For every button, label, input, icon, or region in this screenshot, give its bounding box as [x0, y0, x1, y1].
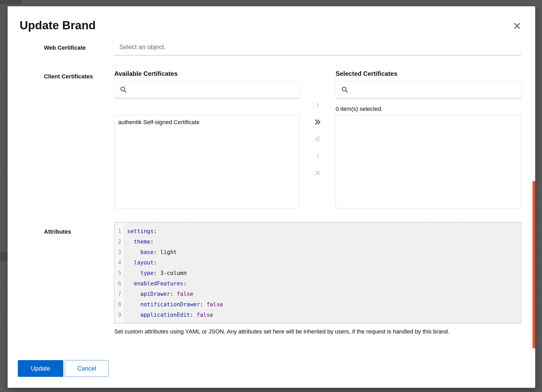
update-button[interactable]: Update [18, 360, 63, 377]
selected-search-input[interactable] [348, 81, 521, 98]
search-icon [341, 86, 348, 93]
x-icon [315, 170, 321, 176]
web-certificate-label: Web Certificate [44, 44, 86, 51]
code-line: 6 enabledFeatures: [115, 278, 521, 289]
web-certificate-input[interactable] [114, 39, 521, 55]
code-line: 9 applicationEdit: false [115, 310, 521, 320]
background-page-fragment [0, 0, 22, 4]
chevron-right-icon [315, 102, 321, 108]
scrollbar-thumb[interactable] [533, 181, 535, 348]
search-icon [120, 86, 127, 93]
attributes-label: Attributes [44, 228, 71, 235]
transfer-controls [311, 98, 325, 183]
attributes-code-editor[interactable]: 1settings:2 theme:3 base: light4 layout:… [114, 222, 521, 324]
screen: Update Brand Web Certificate Client Cert… [0, 0, 542, 392]
double-chevron-left-icon [314, 136, 321, 142]
code-line: 7 apiDrawer: false [115, 289, 521, 299]
line-number: 8 [115, 299, 125, 310]
close-icon [513, 22, 521, 30]
code-line: 2 theme: [115, 237, 521, 247]
background-nav-fragment [0, 252, 8, 261]
line-number: 2 [115, 237, 125, 247]
available-search-input[interactable] [127, 81, 299, 98]
available-search-box [114, 81, 300, 98]
code-line: 4 layout: [115, 257, 521, 268]
cancel-button[interactable]: Cancel [65, 360, 109, 377]
code-line: 5 type: 3-column [115, 268, 521, 278]
modal-title: Update Brand [20, 19, 96, 32]
available-certificates-header: Available Certificates [114, 70, 178, 77]
move-all-right-button[interactable] [311, 115, 325, 129]
client-certificates-label: Client Certificates [44, 73, 93, 80]
line-number: 5 [115, 268, 125, 278]
code-line: 8 notificationDrawer: false [115, 299, 521, 310]
code-line: 3 base: light [115, 247, 521, 257]
selected-count-status: 0 item(s) selected. [336, 106, 383, 112]
selected-certificates-list[interactable] [336, 115, 521, 208]
line-number: 3 [115, 247, 125, 257]
line-number: 1 [115, 226, 125, 237]
move-all-left-button[interactable] [311, 132, 325, 146]
update-brand-modal: Update Brand Web Certificate Client Cert… [8, 6, 535, 388]
clear-selection-button[interactable] [311, 166, 325, 180]
available-certificates-list[interactable]: authentik Self-signed Certificate [114, 115, 300, 208]
code-line: 1settings: [115, 226, 521, 237]
certificate-list-item[interactable]: authentik Self-signed Certificate [115, 115, 299, 129]
double-chevron-right-icon [314, 119, 321, 125]
chevron-left-icon [315, 153, 321, 159]
selected-search-box [336, 81, 521, 98]
selected-certificates-header: Selected Certificates [336, 70, 397, 77]
line-number: 7 [115, 289, 125, 299]
attributes-help-text: Set custom attributes using YAML or JSON… [114, 328, 522, 336]
move-selected-right-button[interactable] [311, 98, 325, 112]
close-button[interactable] [512, 21, 522, 31]
line-number: 6 [115, 278, 125, 289]
editor-lines: 1settings:2 theme:3 base: light4 layout:… [115, 222, 521, 320]
move-selected-left-button[interactable] [311, 149, 325, 163]
line-number: 4 [115, 257, 125, 268]
line-number: 9 [115, 310, 125, 320]
